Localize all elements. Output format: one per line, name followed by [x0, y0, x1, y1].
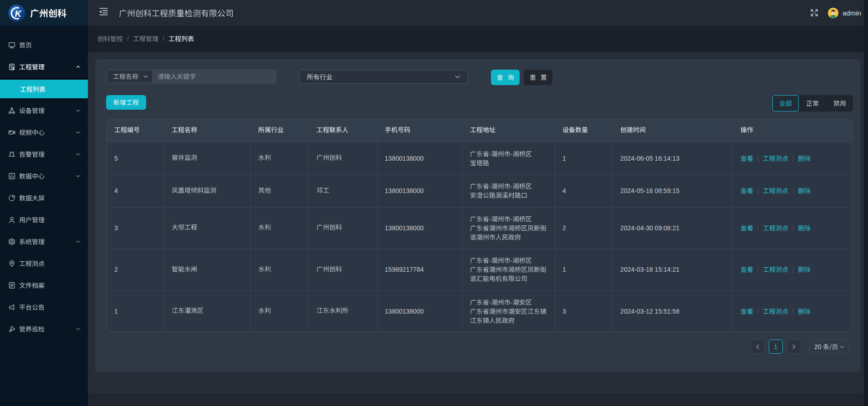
svg-text:K: K [15, 9, 22, 19]
